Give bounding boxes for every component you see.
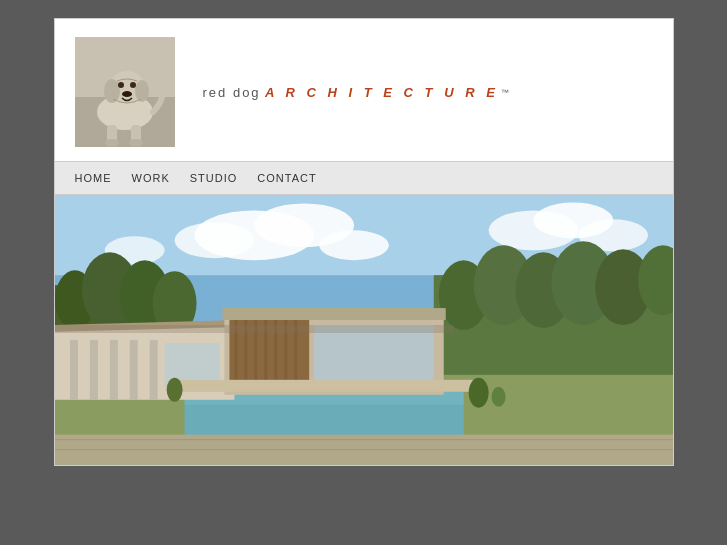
brand-text: red dog A R C H I T E C T U R E ™	[203, 83, 509, 101]
svg-rect-42	[89, 340, 97, 400]
header-section: red dog A R C H I T E C T U R E ™	[55, 19, 673, 161]
svg-point-7	[130, 82, 136, 88]
hero-image	[55, 195, 673, 465]
svg-point-5	[135, 80, 149, 102]
svg-point-12	[129, 139, 143, 147]
svg-point-62	[166, 378, 182, 402]
svg-rect-48	[222, 308, 445, 320]
nav-item-home[interactable]: HOME	[75, 172, 112, 184]
svg-rect-65	[55, 325, 454, 333]
svg-point-11	[105, 139, 119, 147]
svg-rect-44	[129, 340, 137, 400]
svg-rect-43	[109, 340, 117, 400]
svg-rect-41	[69, 340, 77, 400]
page-wrapper: red dog A R C H I T E C T U R E ™ HOME W…	[54, 18, 674, 466]
svg-point-18	[319, 230, 389, 260]
svg-point-8	[122, 91, 132, 97]
svg-point-6	[118, 82, 124, 88]
svg-point-63	[468, 378, 488, 408]
svg-point-64	[491, 387, 505, 407]
brand-tm-text: ™	[501, 88, 509, 97]
svg-point-17	[174, 222, 254, 258]
nav-bar: HOME WORK STUDIO CONTACT	[55, 161, 673, 195]
svg-rect-45	[149, 340, 157, 400]
nav-item-contact[interactable]: CONTACT	[257, 172, 316, 184]
logo-image	[75, 37, 175, 147]
brand-reddog-text: red dog	[203, 85, 261, 100]
nav-item-work[interactable]: WORK	[132, 172, 170, 184]
brand-architecture-text: A R C H I T E C T U R E	[265, 85, 499, 100]
svg-rect-58	[174, 380, 473, 392]
svg-point-4	[104, 79, 120, 103]
nav-item-studio[interactable]: STUDIO	[190, 172, 238, 184]
